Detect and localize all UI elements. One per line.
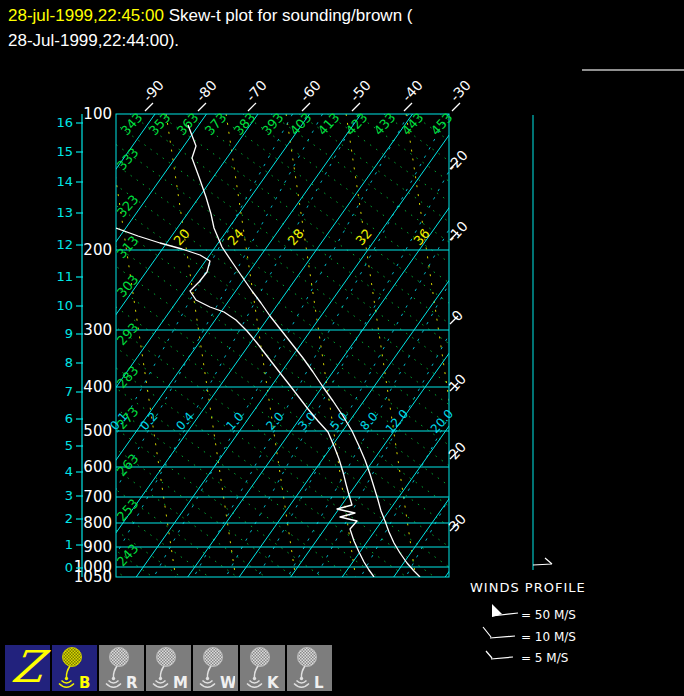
toolbar-button-m[interactable]: M	[146, 645, 191, 691]
legend-5ms-label: = 5 M/S	[521, 651, 568, 665]
skewt-plot: 1002003004005006007008009001000105016151…	[0, 0, 684, 696]
height-km-label: 10	[56, 298, 73, 313]
svg-text:K: K	[267, 674, 280, 691]
app-window: 28-jul-1999,22:45:00 Skew-t plot for sou…	[0, 0, 684, 696]
theta-label: 263	[114, 451, 142, 479]
height-km-label: 13	[56, 205, 73, 220]
temperature-trace	[188, 125, 420, 577]
temp-top-label: -80	[193, 77, 220, 105]
height-km-label: 4	[65, 464, 73, 479]
wind-profile	[533, 115, 552, 570]
toolbar-button-l[interactable]: L	[287, 645, 332, 691]
svg-text:B: B	[79, 674, 90, 691]
surface-wind-barb	[533, 558, 552, 565]
height-km-label: 5	[65, 438, 73, 453]
theta-label: 243	[114, 541, 142, 569]
pressure-label: 800	[83, 514, 112, 532]
temp-top-label: -60	[297, 77, 324, 105]
temp-top-label: -70	[243, 77, 270, 105]
height-km-label: 3	[65, 488, 73, 503]
pressure-label: 600	[83, 458, 112, 476]
half-barb-icon	[486, 651, 513, 659]
mixing-ratio-label: 2.0	[263, 410, 286, 434]
pressure-label: 100	[83, 105, 112, 123]
height-km-label: 9	[65, 326, 73, 341]
svg-text:L: L	[314, 674, 324, 691]
pressure-label: 400	[83, 378, 112, 396]
mixing-ratio-label: 12.0	[383, 407, 411, 436]
mixing-ratio-label: 0.2	[137, 410, 160, 434]
pennant-barb-icon	[492, 604, 518, 617]
toolbar-button-z[interactable]: Z	[5, 645, 50, 691]
winds-legend-title: WINDS PROFILE	[470, 580, 586, 595]
height-km-label: 14	[56, 174, 73, 189]
pressure-label: 300	[83, 321, 112, 339]
temp-top-label: -40	[399, 77, 426, 105]
moist-adiabat-label: 20	[171, 226, 193, 248]
radiosonde-icon: K	[244, 646, 282, 691]
pressure-label: 700	[83, 488, 112, 506]
temp-right-label: 0	[448, 307, 466, 324]
moist-adiabat-label: 36	[411, 226, 433, 248]
svg-text:R: R	[126, 674, 138, 691]
height-km-label: 6	[65, 411, 73, 426]
theta-label: 313	[114, 233, 142, 261]
mixing-ratio-label: 1.0	[223, 410, 246, 434]
toolbar-button-k[interactable]: K	[240, 645, 285, 691]
axis-labels: 1002003004005006007008009001000105016151…	[56, 77, 473, 586]
height-km-label: 2	[65, 511, 73, 526]
radiosonde-icon: W	[197, 646, 235, 691]
radiosonde-icon: R	[103, 646, 141, 691]
toolbar-button-w[interactable]: W	[193, 645, 238, 691]
theta-label: 293	[114, 320, 142, 348]
height-km-label: 11	[56, 269, 73, 284]
winds-legend: WINDS PROFILE = 50 M/S = 10 M/S = 5 M/S	[470, 580, 586, 665]
height-km-label: 12	[56, 237, 73, 252]
radiosonde-icon: B	[56, 646, 94, 691]
pressure-label: 200	[83, 241, 112, 259]
mixing-ratio-label: 0.4	[173, 410, 196, 434]
toolbar-button-r[interactable]: R	[99, 645, 144, 691]
mixing-ratio-label: 8.0	[357, 410, 380, 434]
height-km-label: 16	[56, 115, 73, 130]
toolbar-button-b[interactable]: B	[52, 645, 97, 691]
z-logo: Z	[2, 645, 53, 691]
temp-top-label: -30	[447, 77, 474, 105]
theta-label: 303	[114, 272, 142, 300]
toolbar: Z B R	[5, 645, 332, 691]
radiosonde-icon: L	[291, 646, 329, 691]
legend-50ms-label: = 50 M/S	[521, 608, 576, 622]
height-km-label: 8	[65, 355, 73, 370]
svg-text:W: W	[220, 674, 235, 691]
height-km-label: 15	[56, 144, 73, 159]
mixing-ratio-label: 20.0	[428, 407, 456, 436]
theta-label: 333	[114, 145, 142, 173]
pressure-label: 900	[83, 538, 112, 556]
height-km-label: 1	[65, 537, 73, 552]
svg-text:M: M	[173, 674, 188, 691]
temp-top-label: -90	[140, 77, 167, 105]
pressure-label: 1050	[74, 568, 112, 586]
height-km-label: 7	[65, 384, 73, 399]
temp-right-label: -20	[444, 147, 471, 175]
isobars-frame	[116, 114, 449, 577]
full-barb-icon	[483, 627, 515, 638]
height-km-label: 0	[65, 560, 73, 575]
temp-top-label: -50	[347, 77, 374, 105]
theta-label: 253	[114, 496, 142, 524]
radiosonde-icon: M	[150, 646, 188, 691]
legend-10ms-label: = 10 M/S	[521, 630, 576, 644]
moist-adiabat-label: 28	[285, 226, 307, 248]
